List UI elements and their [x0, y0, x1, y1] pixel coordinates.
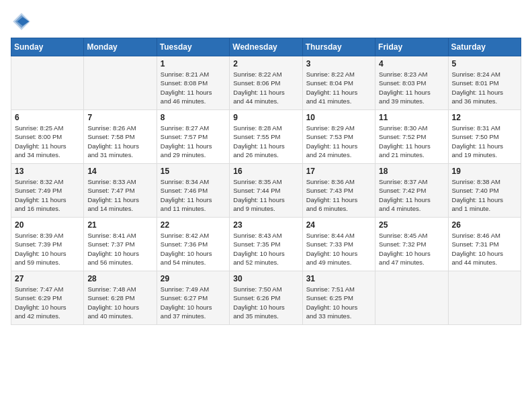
logo-icon	[11, 11, 32, 32]
calendar-cell: 13Sunrise: 8:32 AM Sunset: 7:49 PM Dayli…	[11, 164, 84, 218]
day-number: 15	[161, 167, 226, 176]
day-number: 4	[379, 59, 444, 68]
day-info: Sunrise: 8:35 AM Sunset: 7:44 PM Dayligh…	[233, 177, 298, 213]
day-number: 6	[15, 113, 80, 122]
day-number: 28	[87, 274, 152, 283]
calendar-cell: 15Sunrise: 8:34 AM Sunset: 7:46 PM Dayli…	[157, 164, 229, 218]
header-day-wednesday: Wednesday	[230, 38, 302, 56]
day-info: Sunrise: 8:34 AM Sunset: 7:46 PM Dayligh…	[161, 177, 226, 213]
calendar-cell: 25Sunrise: 8:45 AM Sunset: 7:32 PM Dayli…	[375, 218, 448, 271]
calendar-cell: 21Sunrise: 8:41 AM Sunset: 7:37 PM Dayli…	[84, 218, 157, 271]
day-info: Sunrise: 7:49 AM Sunset: 6:27 PM Dayligh…	[161, 285, 226, 320]
day-info: Sunrise: 8:24 AM Sunset: 8:01 PM Dayligh…	[452, 70, 517, 105]
calendar-cell: 10Sunrise: 8:29 AM Sunset: 7:53 PM Dayli…	[302, 110, 375, 164]
calendar-cell	[11, 56, 84, 110]
day-number: 14	[87, 167, 152, 176]
calendar-cell: 31Sunrise: 7:51 AM Sunset: 6:25 PM Dayli…	[302, 271, 375, 325]
header-day-monday: Monday	[84, 38, 157, 56]
calendar-cell: 9Sunrise: 8:28 AM Sunset: 7:55 PM Daylig…	[230, 110, 302, 164]
calendar-cell: 5Sunrise: 8:24 AM Sunset: 8:01 PM Daylig…	[448, 56, 521, 110]
calendar-cell: 26Sunrise: 8:46 AM Sunset: 7:31 PM Dayli…	[448, 218, 521, 271]
day-number: 27	[15, 274, 80, 283]
day-info: Sunrise: 7:48 AM Sunset: 6:28 PM Dayligh…	[87, 285, 152, 320]
calendar-cell: 20Sunrise: 8:39 AM Sunset: 7:39 PM Dayli…	[11, 218, 84, 271]
calendar-cell: 17Sunrise: 8:36 AM Sunset: 7:43 PM Dayli…	[302, 164, 375, 218]
day-info: Sunrise: 8:30 AM Sunset: 7:52 PM Dayligh…	[379, 124, 444, 159]
day-info: Sunrise: 8:31 AM Sunset: 7:50 PM Dayligh…	[452, 124, 517, 159]
calendar-cell	[448, 271, 521, 325]
calendar-week-2: 6Sunrise: 8:25 AM Sunset: 8:00 PM Daylig…	[11, 110, 521, 164]
day-number: 18	[379, 167, 444, 176]
calendar-cell	[84, 56, 157, 110]
page-header	[11, 11, 521, 32]
calendar-cell	[375, 271, 448, 325]
day-info: Sunrise: 8:29 AM Sunset: 7:53 PM Dayligh…	[306, 124, 371, 159]
day-number: 7	[87, 113, 152, 122]
logo	[11, 11, 35, 32]
day-info: Sunrise: 7:47 AM Sunset: 6:29 PM Dayligh…	[15, 285, 80, 320]
day-info: Sunrise: 8:37 AM Sunset: 7:42 PM Dayligh…	[379, 177, 444, 213]
day-info: Sunrise: 8:38 AM Sunset: 7:40 PM Dayligh…	[452, 177, 517, 213]
calendar-cell: 30Sunrise: 7:50 AM Sunset: 6:26 PM Dayli…	[230, 271, 302, 325]
header-day-friday: Friday	[375, 38, 448, 56]
calendar-cell: 8Sunrise: 8:27 AM Sunset: 7:57 PM Daylig…	[157, 110, 229, 164]
day-info: Sunrise: 8:22 AM Sunset: 8:04 PM Dayligh…	[306, 70, 371, 105]
header-day-thursday: Thursday	[302, 38, 375, 56]
day-info: Sunrise: 7:51 AM Sunset: 6:25 PM Dayligh…	[306, 285, 371, 320]
calendar-cell: 4Sunrise: 8:23 AM Sunset: 8:03 PM Daylig…	[375, 56, 448, 110]
calendar-cell: 22Sunrise: 8:42 AM Sunset: 7:36 PM Dayli…	[157, 218, 229, 271]
day-number: 24	[306, 220, 371, 230]
calendar-week-3: 13Sunrise: 8:32 AM Sunset: 7:49 PM Dayli…	[11, 164, 521, 218]
day-number: 5	[452, 59, 517, 68]
calendar-cell: 23Sunrise: 8:43 AM Sunset: 7:35 PM Dayli…	[230, 218, 302, 271]
day-number: 29	[161, 274, 226, 283]
day-info: Sunrise: 8:42 AM Sunset: 7:36 PM Dayligh…	[161, 231, 226, 267]
calendar-week-4: 20Sunrise: 8:39 AM Sunset: 7:39 PM Dayli…	[11, 218, 521, 271]
calendar-cell: 6Sunrise: 8:25 AM Sunset: 8:00 PM Daylig…	[11, 110, 84, 164]
calendar-header-row: SundayMondayTuesdayWednesdayThursdayFrid…	[11, 38, 521, 56]
calendar-cell: 28Sunrise: 7:48 AM Sunset: 6:28 PM Dayli…	[84, 271, 157, 325]
day-info: Sunrise: 8:41 AM Sunset: 7:37 PM Dayligh…	[87, 231, 152, 267]
calendar-cell: 2Sunrise: 8:22 AM Sunset: 8:06 PM Daylig…	[230, 56, 302, 110]
day-number: 17	[306, 167, 371, 176]
day-info: Sunrise: 8:23 AM Sunset: 8:03 PM Dayligh…	[379, 70, 444, 105]
day-number: 12	[452, 113, 517, 122]
calendar-week-5: 27Sunrise: 7:47 AM Sunset: 6:29 PM Dayli…	[11, 271, 521, 325]
calendar-cell: 27Sunrise: 7:47 AM Sunset: 6:29 PM Dayli…	[11, 271, 84, 325]
calendar-cell: 16Sunrise: 8:35 AM Sunset: 7:44 PM Dayli…	[230, 164, 302, 218]
day-number: 23	[233, 220, 298, 230]
day-info: Sunrise: 8:46 AM Sunset: 7:31 PM Dayligh…	[452, 231, 517, 267]
calendar-cell: 11Sunrise: 8:30 AM Sunset: 7:52 PM Dayli…	[375, 110, 448, 164]
day-number: 26	[452, 220, 517, 230]
calendar-cell: 29Sunrise: 7:49 AM Sunset: 6:27 PM Dayli…	[157, 271, 229, 325]
day-number: 25	[379, 220, 444, 230]
calendar-week-1: 1Sunrise: 8:21 AM Sunset: 8:08 PM Daylig…	[11, 56, 521, 110]
day-number: 21	[87, 220, 152, 230]
day-info: Sunrise: 8:28 AM Sunset: 7:55 PM Dayligh…	[233, 124, 298, 159]
day-number: 2	[233, 59, 298, 68]
calendar-cell: 14Sunrise: 8:33 AM Sunset: 7:47 PM Dayli…	[84, 164, 157, 218]
day-info: Sunrise: 8:36 AM Sunset: 7:43 PM Dayligh…	[306, 177, 371, 213]
day-info: Sunrise: 8:33 AM Sunset: 7:47 PM Dayligh…	[87, 177, 152, 213]
day-info: Sunrise: 8:43 AM Sunset: 7:35 PM Dayligh…	[233, 231, 298, 267]
day-info: Sunrise: 8:21 AM Sunset: 8:08 PM Dayligh…	[161, 70, 226, 105]
day-number: 3	[306, 59, 371, 68]
day-number: 10	[306, 113, 371, 122]
calendar-cell: 3Sunrise: 8:22 AM Sunset: 8:04 PM Daylig…	[302, 56, 375, 110]
calendar-cell: 19Sunrise: 8:38 AM Sunset: 7:40 PM Dayli…	[448, 164, 521, 218]
calendar-cell: 24Sunrise: 8:44 AM Sunset: 7:33 PM Dayli…	[302, 218, 375, 271]
day-info: Sunrise: 8:44 AM Sunset: 7:33 PM Dayligh…	[306, 231, 371, 267]
day-info: Sunrise: 8:22 AM Sunset: 8:06 PM Dayligh…	[233, 70, 298, 105]
day-number: 22	[161, 220, 226, 230]
day-info: Sunrise: 8:39 AM Sunset: 7:39 PM Dayligh…	[15, 231, 80, 267]
day-number: 19	[452, 167, 517, 176]
day-number: 31	[306, 274, 371, 283]
day-info: Sunrise: 8:32 AM Sunset: 7:49 PM Dayligh…	[15, 177, 80, 213]
day-number: 1	[161, 59, 226, 68]
day-info: Sunrise: 7:50 AM Sunset: 6:26 PM Dayligh…	[233, 285, 298, 320]
day-number: 20	[15, 220, 80, 230]
header-day-tuesday: Tuesday	[157, 38, 229, 56]
calendar-cell: 18Sunrise: 8:37 AM Sunset: 7:42 PM Dayli…	[375, 164, 448, 218]
day-number: 13	[15, 167, 80, 176]
day-number: 11	[379, 113, 444, 122]
